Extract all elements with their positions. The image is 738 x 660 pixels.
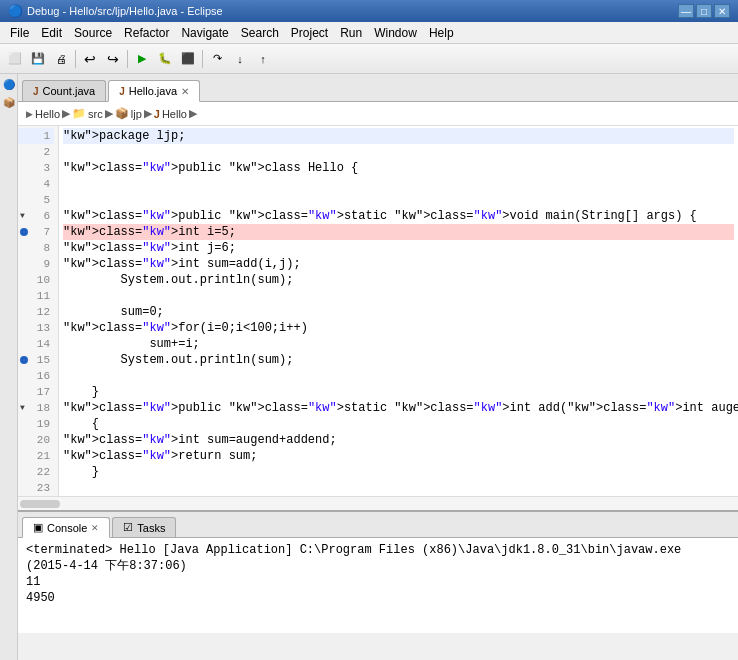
line-number: 19 [37, 416, 50, 432]
code-editor[interactable]: 12345▼67891011121314151617▼1819202122232… [18, 126, 738, 496]
code-line[interactable]: { [63, 416, 734, 432]
stop-button[interactable]: ⬛ [177, 48, 199, 70]
line-number: 21 [37, 448, 50, 464]
code-content[interactable]: "kw">package ljp; "kw">class="kw">public… [59, 126, 738, 496]
code-line[interactable] [63, 192, 734, 208]
breadcrumb-ljp[interactable]: ljp [131, 108, 142, 120]
redo-button[interactable]: ↪ [102, 48, 124, 70]
menu-project[interactable]: Project [285, 24, 334, 42]
debug-icon[interactable]: 🔵 [2, 78, 16, 92]
code-line[interactable]: "kw">class="kw">public "kw">class="kw">s… [63, 400, 734, 416]
menu-file[interactable]: File [4, 24, 35, 42]
line-number: 18 [37, 400, 50, 416]
window-title: Debug - Hello/src/ljp/Hello.java - Eclip… [27, 5, 223, 17]
tab-count-java[interactable]: J Count.java [22, 80, 106, 101]
line-number: 3 [43, 160, 50, 176]
breadcrumb-file-icon: J [154, 108, 160, 120]
menu-search[interactable]: Search [235, 24, 285, 42]
line-number: 15 [37, 352, 50, 368]
scrollbar-thumb[interactable] [20, 500, 60, 508]
code-line[interactable]: "kw">class="kw">return sum; [63, 448, 734, 464]
toolbar-sep-3 [202, 50, 203, 68]
line-number: 4 [43, 176, 50, 192]
minimize-button[interactable]: — [678, 4, 694, 18]
line-number: 8 [43, 240, 50, 256]
breakpoint-marker[interactable] [20, 356, 28, 364]
line-number: 5 [43, 192, 50, 208]
close-button[interactable]: ✕ [714, 4, 730, 18]
breadcrumb-src[interactable]: src [88, 108, 103, 120]
run-button[interactable]: ▶ [131, 48, 153, 70]
code-line[interactable]: System.out.println(sum); [63, 272, 734, 288]
code-line[interactable]: "kw">class="kw">int j=6; [63, 240, 734, 256]
maximize-button[interactable]: □ [696, 4, 712, 18]
bottom-tabs: ▣ Console ✕ ☑ Tasks [18, 512, 738, 538]
tab-hello-java[interactable]: J Hello.java ✕ [108, 80, 200, 102]
breakpoint-marker[interactable] [20, 228, 28, 236]
line-number: 20 [37, 432, 50, 448]
expand-arrow[interactable]: ▼ [20, 400, 25, 416]
step-return-button[interactable]: ↑ [252, 48, 274, 70]
debug-button[interactable]: 🐛 [154, 48, 176, 70]
main-area: 🔵 📦 J Count.java J Hello.java ✕ ▶ Hello … [0, 74, 738, 660]
java-file-icon-active: J [119, 86, 125, 97]
line-number: 16 [37, 368, 50, 384]
code-line[interactable]: "kw">class="kw">int i=5; [63, 224, 734, 240]
code-line[interactable]: "kw">class="kw">int sum=add(i,j); [63, 256, 734, 272]
expand-arrow[interactable]: ▼ [20, 208, 25, 224]
code-line[interactable] [63, 368, 734, 384]
code-line[interactable]: "kw">class="kw">for(i=0;i<100;i++) [63, 320, 734, 336]
menu-edit[interactable]: Edit [35, 24, 68, 42]
new-button[interactable]: ⬜ [4, 48, 26, 70]
step-into-button[interactable]: ↓ [229, 48, 251, 70]
line-number: 10 [37, 272, 50, 288]
code-line[interactable]: "kw">class="kw">int sum=augend+addend; [63, 432, 734, 448]
breadcrumb-hello[interactable]: Hello [35, 108, 60, 120]
tab-close-button[interactable]: ✕ [181, 86, 189, 97]
line-number: 17 [37, 384, 50, 400]
code-line[interactable]: System.out.println(sum); [63, 352, 734, 368]
code-line[interactable]: } [63, 464, 734, 480]
editor-area: J Count.java J Hello.java ✕ ▶ Hello ▶ 📁 … [18, 74, 738, 660]
tasks-tab[interactable]: ☑ Tasks [112, 517, 176, 537]
menu-run[interactable]: Run [334, 24, 368, 42]
code-line[interactable]: "kw">class="kw">public "kw">class="kw">s… [63, 208, 734, 224]
console-tab[interactable]: ▣ Console ✕ [22, 517, 110, 538]
code-line[interactable]: } [63, 384, 734, 400]
console-tab-close[interactable]: ✕ [91, 523, 99, 533]
horizontal-scrollbar[interactable] [18, 496, 738, 510]
tasks-icon: ☑ [123, 521, 133, 534]
code-line[interactable] [63, 176, 734, 192]
menu-source[interactable]: Source [68, 24, 118, 42]
save-button[interactable]: 💾 [27, 48, 49, 70]
breadcrumb: ▶ Hello ▶ 📁 src ▶ 📦 ljp ▶ J Hello ▶ [18, 102, 738, 126]
breadcrumb-package-icon: 📦 [115, 107, 129, 120]
menu-window[interactable]: Window [368, 24, 423, 42]
code-line[interactable]: sum=0; [63, 304, 734, 320]
app-icon: 🔵 [8, 4, 23, 18]
line-number: 7 [43, 224, 50, 240]
menu-help[interactable]: Help [423, 24, 460, 42]
tasks-tab-label: Tasks [137, 522, 165, 534]
code-line[interactable] [63, 288, 734, 304]
package-icon[interactable]: 📦 [2, 96, 16, 110]
step-over-button[interactable]: ↷ [206, 48, 228, 70]
toolbar-sep-2 [127, 50, 128, 68]
menu-refactor[interactable]: Refactor [118, 24, 175, 42]
breadcrumb-expand[interactable]: ▶ [26, 109, 33, 119]
undo-button[interactable]: ↩ [79, 48, 101, 70]
print-button[interactable]: 🖨 [50, 48, 72, 70]
menu-navigate[interactable]: Navigate [175, 24, 234, 42]
code-line[interactable]: "kw">package ljp; [63, 128, 734, 144]
code-line[interactable] [63, 144, 734, 160]
breadcrumb-hello-file[interactable]: Hello [162, 108, 187, 120]
toolbar-sep-1 [75, 50, 76, 68]
code-line[interactable]: sum+=i; [63, 336, 734, 352]
line-number: 13 [37, 320, 50, 336]
code-line[interactable]: "kw">class="kw">public "kw">class Hello … [63, 160, 734, 176]
breadcrumb-arrow-2: ▶ [105, 107, 113, 120]
breadcrumb-arrow-3: ▶ [144, 107, 152, 120]
code-line[interactable] [63, 480, 734, 496]
line-number: 23 [37, 480, 50, 496]
toolbar: ⬜ 💾 🖨 ↩ ↪ ▶ 🐛 ⬛ ↷ ↓ ↑ [0, 44, 738, 74]
